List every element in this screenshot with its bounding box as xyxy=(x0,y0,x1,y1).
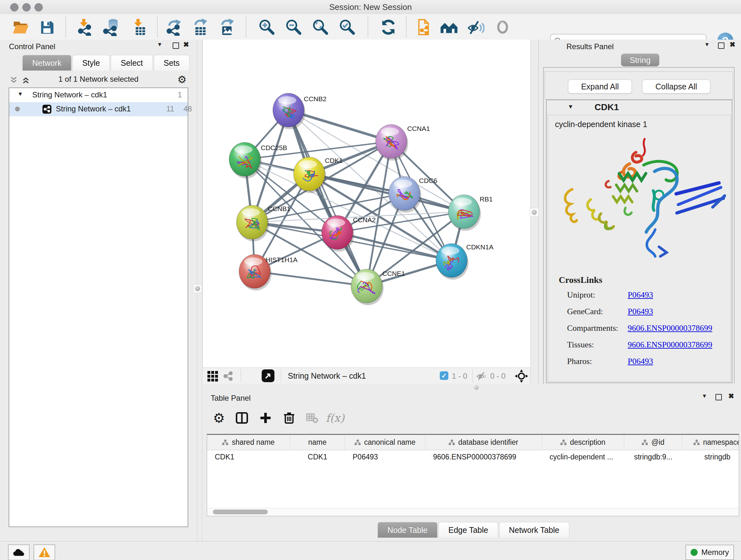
float-panel-icon[interactable] xyxy=(173,43,179,49)
close-table-icon[interactable]: ✖ xyxy=(728,392,734,400)
tab-sets[interactable]: Sets xyxy=(154,55,190,71)
left-divider-knob[interactable] xyxy=(193,284,202,293)
network-node-CDC25B[interactable] xyxy=(229,142,262,179)
results-panel-title: Results Panel xyxy=(566,42,614,51)
table-horizontal-scrollbar[interactable] xyxy=(207,508,739,516)
table-row[interactable]: CDK1CDK1P064939606.ENSP00000378699cyclin… xyxy=(207,450,739,463)
crosslink-label: GeneCard: xyxy=(567,307,603,316)
float-results-icon[interactable] xyxy=(718,43,724,49)
tab-string[interactable]: String xyxy=(621,54,659,66)
network-view-toolbar: String Network – cdk1 ✓ 1 - 0 0 - 0 xyxy=(202,368,539,384)
network-canvas[interactable]: CCNB2CCNA1CDC25BCDK1CDC6RB1CCNB1CCNA2CDK… xyxy=(202,40,531,368)
tab-network[interactable]: Network xyxy=(22,55,71,71)
column-header-name[interactable]: name xyxy=(290,435,345,450)
right-divider-knob[interactable] xyxy=(530,208,539,217)
column-header-sharedname[interactable]: shared name xyxy=(207,435,290,450)
create-column-icon[interactable] xyxy=(257,409,274,427)
table-panel: Table Panel ▼ ✖ ⚙ f(x) shared namenameca… xyxy=(202,391,741,541)
column-header-databaseidentifier[interactable]: database identifier xyxy=(425,435,542,450)
node-label-CCNB1: CCNB1 xyxy=(268,205,290,212)
collection-expand-icon[interactable]: ▼ xyxy=(17,91,23,98)
network-node-CCNA1[interactable] xyxy=(376,125,408,161)
tab-style[interactable]: Style xyxy=(72,55,110,71)
cloud-icon[interactable] xyxy=(8,544,30,560)
collapse-results-icon[interactable]: ▼ xyxy=(704,42,710,48)
crosslink-value[interactable]: P06493 xyxy=(628,357,653,366)
highlight-icon[interactable] xyxy=(493,18,512,37)
crosslink-row: Uniprot:P06493 xyxy=(567,290,727,300)
network-node-CDKN1A[interactable] xyxy=(436,244,468,280)
refresh-layout-icon[interactable] xyxy=(379,18,398,37)
delete-column-icon[interactable] xyxy=(280,409,298,427)
string-document-icon[interactable] xyxy=(415,18,434,37)
collapse-panel-icon[interactable]: ▼ xyxy=(157,42,162,48)
column-header-namespace[interactable]: namespace xyxy=(682,435,739,450)
collapse-table-icon[interactable]: ▼ xyxy=(702,393,707,399)
crosslink-value[interactable]: 9606.ENSP00000378699 xyxy=(628,323,712,333)
table-cell: CDK1 xyxy=(207,450,290,463)
export-table-icon[interactable] xyxy=(191,18,209,37)
move-crosshair-icon[interactable] xyxy=(515,369,529,383)
float-table-icon[interactable] xyxy=(716,394,722,400)
table-options-gear-icon[interactable]: ⚙ xyxy=(210,409,228,427)
node-label-RB1: RB1 xyxy=(480,195,493,203)
save-session-icon[interactable] xyxy=(38,18,56,37)
crosslink-row: GeneCard:P06493 xyxy=(567,307,727,316)
memory-button[interactable]: Memory xyxy=(685,545,734,560)
warning-icon[interactable] xyxy=(33,544,55,560)
export-image-icon[interactable] xyxy=(218,18,236,37)
network-options-gear-icon[interactable]: ⚙ xyxy=(178,73,187,85)
share-view-icon[interactable] xyxy=(222,370,233,382)
network-edge[interactable] xyxy=(309,174,464,212)
column-header-canonicalname[interactable]: canonical name xyxy=(345,435,425,450)
network-node-CCNB2[interactable] xyxy=(273,93,306,129)
horizontal-panel-divider[interactable] xyxy=(202,384,741,391)
zoom-fit-icon[interactable] xyxy=(311,18,329,37)
network-row-selected[interactable]: String Network – cdk1 11 48 xyxy=(9,102,188,116)
close-panel-icon[interactable]: ✖ xyxy=(183,41,189,49)
birds-eye-view-icon[interactable] xyxy=(207,371,218,381)
delete-table-icon[interactable] xyxy=(303,409,321,427)
import-network-file-icon[interactable] xyxy=(75,18,94,37)
zoom-in-icon[interactable] xyxy=(257,18,276,37)
tab-node-table[interactable]: Node Table xyxy=(378,522,437,538)
network-node-CDK1[interactable] xyxy=(293,157,326,193)
horizontal-divider-knob[interactable] xyxy=(474,385,479,390)
import-network-database-icon[interactable] xyxy=(102,18,120,37)
open-session-icon[interactable] xyxy=(11,18,30,37)
export-network-icon[interactable] xyxy=(165,18,183,37)
network-name: String Network – cdk1 xyxy=(56,105,131,113)
scrollbar-thumb[interactable] xyxy=(213,509,268,514)
tab-select[interactable]: Select xyxy=(111,55,152,71)
string-visibility-icon[interactable] xyxy=(467,18,485,37)
expand-all-button[interactable]: Expand All xyxy=(568,79,632,94)
import-table-icon[interactable] xyxy=(130,18,148,37)
gene-section-header[interactable]: ▼ CDK1 xyxy=(547,100,732,115)
function-builder-icon[interactable]: f(x) xyxy=(326,409,344,427)
zoom-selected-icon[interactable] xyxy=(338,18,356,37)
network-node-CCNE1[interactable] xyxy=(351,269,384,305)
network-node-CCNA2[interactable] xyxy=(322,215,354,252)
close-results-icon[interactable]: ✖ xyxy=(730,41,735,49)
column-header-label: database identifier xyxy=(458,438,518,447)
collapse-all-button[interactable]: Collapse All xyxy=(642,79,711,94)
tab-network-table[interactable]: Network Table xyxy=(499,522,569,538)
network-collection-row[interactable]: ▼ String Network – cdk1 1 xyxy=(9,88,188,102)
crosslink-value[interactable]: P06493 xyxy=(628,307,653,316)
network-edge[interactable] xyxy=(288,110,367,286)
column-header-id[interactable]: @id xyxy=(624,435,682,450)
zoom-out-icon[interactable] xyxy=(284,18,302,37)
tab-edge-table[interactable]: Edge Table xyxy=(439,522,498,538)
string-home-icon[interactable] xyxy=(440,18,458,37)
show-columns-icon[interactable] xyxy=(233,409,251,427)
table-header-row: shared namenamecanonical namedatabase id… xyxy=(207,435,739,450)
crosslink-value[interactable]: P06493 xyxy=(628,290,653,300)
crosslink-value[interactable]: 9606.ENSP00000378699 xyxy=(628,340,712,350)
gene-collapse-icon[interactable]: ▼ xyxy=(568,104,574,110)
selected-checkbox-icon[interactable]: ✓ xyxy=(440,371,448,380)
network-node-RB1[interactable] xyxy=(448,195,481,231)
string-results-container: Expand All Collapse All ▼ CDK1 cyclin-de… xyxy=(543,67,735,385)
open-in-window-icon[interactable] xyxy=(262,369,274,382)
string-network-icon xyxy=(43,105,51,114)
column-header-description[interactable]: description xyxy=(542,435,624,450)
